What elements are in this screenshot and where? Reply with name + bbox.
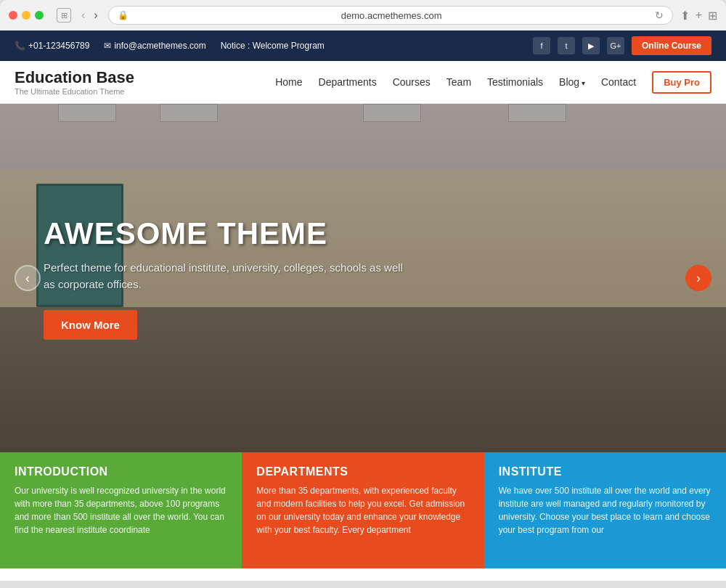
topbar-notice: Notice : Welcome Program <box>221 41 325 51</box>
phone-icon: 📞 <box>15 41 25 51</box>
slider-next-button[interactable]: › <box>685 265 711 291</box>
info-card-departments: DEPARTMENTS More than 35 departments, wi… <box>242 452 484 568</box>
traffic-light-red[interactable] <box>9 11 17 20</box>
topbar-email: ✉ info@acmethemes.com <box>104 41 205 51</box>
info-card-dept-text: More than 35 departments, with experienc… <box>256 484 469 536</box>
hero-title: AWESOME THEME <box>44 216 407 251</box>
social-youtube[interactable]: ▶ <box>582 37 600 54</box>
address-bar[interactable]: 🔒 demo.acmethemes.com ↻ <box>108 6 673 25</box>
info-card-inst-text: We have over 500 institute all over the … <box>499 484 711 536</box>
lock-icon: 🔒 <box>118 10 129 20</box>
traffic-light-green[interactable] <box>35 11 44 20</box>
website-content: 📞 +01-123456789 ✉ info@acmethemes.com No… <box>0 30 726 581</box>
window-tile-btn[interactable]: ⊞ <box>57 8 71 23</box>
back-arrow[interactable]: ‹ <box>78 9 88 22</box>
email-address: info@acmethemes.com <box>114 41 205 51</box>
info-card-inst-title: INSTITUTE <box>499 465 711 478</box>
social-googleplus[interactable]: G+ <box>607 37 624 54</box>
grid-icon[interactable]: ⊞ <box>708 9 717 23</box>
traffic-light-yellow[interactable] <box>22 11 30 20</box>
social-facebook[interactable]: f <box>533 37 550 54</box>
social-twitter[interactable]: t <box>558 37 575 54</box>
hero-content: AWESOME THEME Perfect theme for educatio… <box>44 216 407 340</box>
nav-team[interactable]: Team <box>446 76 471 88</box>
site-tagline: The Ultimate Education Theme <box>15 87 134 96</box>
topbar: 📞 +01-123456789 ✉ info@acmethemes.com No… <box>0 30 726 61</box>
share-icon[interactable]: ⬆ <box>680 9 690 23</box>
hero-cta-button[interactable]: Know More <box>44 310 137 340</box>
topbar-left: 📞 +01-123456789 ✉ info@acmethemes.com No… <box>15 41 325 51</box>
topbar-phone: 📞 +01-123456789 <box>15 41 89 51</box>
email-icon: ✉ <box>104 41 111 51</box>
nav-departments[interactable]: Departments <box>319 76 377 88</box>
info-card-dept-title: DEPARTMENTS <box>256 465 469 478</box>
browser-titlebar: ⊞ ‹ › 🔒 demo.acmethemes.com ↻ ⬆ + ⊞ <box>9 6 717 30</box>
nav-menu: Home Departments Courses Team Testimonia… <box>275 71 711 94</box>
slider-prev-button[interactable]: ‹ <box>15 265 41 291</box>
nav-arrows: ‹ › <box>78 9 101 22</box>
hero-subtitle: Perfect theme for educational institute,… <box>44 260 407 293</box>
nav-home[interactable]: Home <box>275 76 302 88</box>
url-text: demo.acmethemes.com <box>134 10 649 21</box>
nav-contact[interactable]: Contact <box>601 76 636 88</box>
site-logo: Education Base The Ultimate Education Th… <box>15 68 134 96</box>
site-title: Education Base <box>15 68 134 87</box>
refresh-icon[interactable]: ↻ <box>655 9 664 21</box>
phone-number: +01-123456789 <box>28 41 89 51</box>
browser-chrome: ⊞ ‹ › 🔒 demo.acmethemes.com ↻ ⬆ + ⊞ <box>0 0 726 30</box>
new-tab-icon[interactable]: + <box>696 9 702 22</box>
info-card-intro-text: Our university is well recognized univer… <box>15 484 227 536</box>
topbar-right: f t ▶ G+ Online Course <box>533 36 711 55</box>
online-course-button[interactable]: Online Course <box>632 36 711 55</box>
main-navbar: Education Base The Ultimate Education Th… <box>0 61 726 104</box>
nav-courses[interactable]: Courses <box>393 76 431 88</box>
main-nav: Home Departments Courses Team Testimonia… <box>275 71 711 94</box>
info-card-institute: INSTITUTE We have over 500 institute all… <box>484 452 726 568</box>
left-arrow-icon: ‹ <box>25 271 30 286</box>
buy-pro-button[interactable]: Buy Pro <box>652 71 711 94</box>
info-card-intro-title: INTRODUCTION <box>15 465 227 478</box>
info-cards-section: INTRODUCTION Our university is well reco… <box>0 452 726 568</box>
traffic-lights <box>9 11 44 20</box>
right-arrow-icon: › <box>696 271 701 286</box>
nav-blog[interactable]: Blog <box>559 76 585 88</box>
browser-actions: ⬆ + ⊞ <box>680 9 717 23</box>
nav-testimonials[interactable]: Testimonials <box>487 76 543 88</box>
forward-arrow[interactable]: › <box>91 9 100 22</box>
window-controls: ⊞ <box>57 8 71 23</box>
info-card-introduction: INTRODUCTION Our university is well reco… <box>0 452 242 568</box>
hero-section: AWESOME THEME Perfect theme for educatio… <box>0 104 726 452</box>
